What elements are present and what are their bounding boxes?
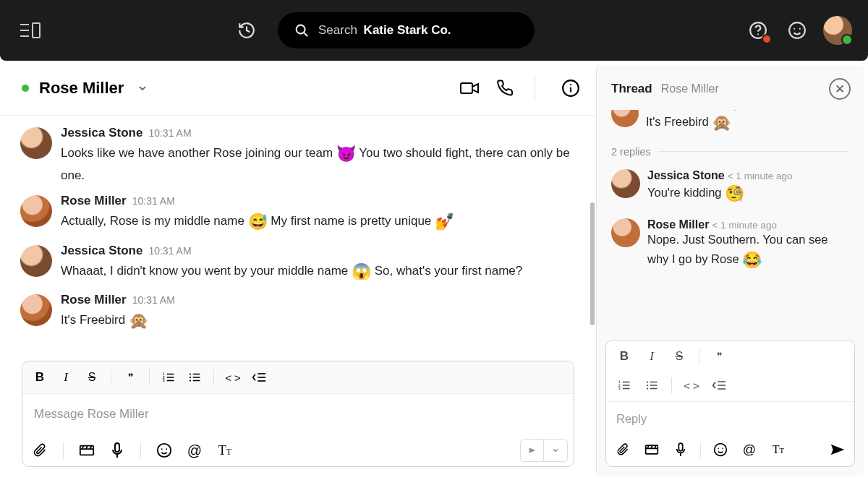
svg-text:3: 3: [618, 386, 621, 390]
thread-reply-input[interactable]: [606, 402, 854, 436]
bold-button[interactable]: B: [612, 345, 637, 368]
history-button[interactable]: [233, 17, 260, 44]
record-video-button[interactable]: [641, 439, 663, 460]
italic-button[interactable]: I: [54, 366, 77, 389]
codeblock-button[interactable]: [247, 366, 271, 389]
presence-indicator: [22, 85, 29, 92]
message-author: Jessica Stone: [647, 169, 725, 181]
svg-point-4: [297, 25, 305, 34]
thread-reply[interactable]: Jessica Stone< 1 minute ago You're kiddi…: [607, 165, 854, 214]
emoji-menu-button[interactable]: [784, 17, 810, 43]
close-thread-button[interactable]: ✕: [829, 78, 851, 100]
replies-separator: 2 replies: [611, 146, 849, 158]
attach-button[interactable]: [612, 439, 634, 460]
bold-button[interactable]: B: [28, 366, 51, 389]
bullet-list-button[interactable]: [639, 374, 664, 397]
send-button[interactable]: [827, 439, 848, 460]
message-item[interactable]: Jessica Stone10:31 AM Whaaat, I didn't k…: [14, 239, 592, 288]
help-button[interactable]: [745, 17, 771, 43]
codeblock-button[interactable]: [707, 374, 731, 397]
message-text: Looks like we have another Rose joining …: [61, 142, 586, 185]
code-icon: < >: [684, 380, 699, 392]
strikethrough-button[interactable]: S: [80, 366, 103, 389]
record-video-button[interactable]: [75, 439, 98, 462]
sidebar-toggle-button[interactable]: [16, 17, 45, 43]
quote-button[interactable]: ❞: [119, 366, 142, 389]
chat-title-button[interactable]: Rose Miller: [39, 79, 148, 98]
code-button[interactable]: < >: [679, 374, 704, 397]
strikethrough-button[interactable]: S: [667, 345, 692, 368]
search-bar[interactable]: Search Katie Stark Co.: [278, 12, 535, 48]
emoji-button[interactable]: [153, 439, 176, 462]
voice-call-button[interactable]: [497, 80, 514, 97]
svg-point-50: [647, 381, 648, 382]
scrollbar[interactable]: [590, 202, 595, 325]
clapperboard-icon: [644, 444, 659, 455]
bullet-list-button[interactable]: [183, 366, 206, 389]
text-format-button[interactable]: TT: [767, 439, 789, 460]
send-icon: [528, 444, 536, 457]
message-text: Actually, Rose is my middle name 😅 My fi…: [61, 210, 586, 234]
video-call-button[interactable]: [459, 80, 480, 97]
mention-button[interactable]: @: [739, 439, 760, 460]
thread-title: Thread: [611, 82, 652, 96]
bullet-list-icon: [645, 379, 658, 392]
thread-composer-actions: @ TT: [606, 436, 854, 466]
send-options-button[interactable]: [544, 440, 567, 461]
attach-button[interactable]: [28, 439, 51, 462]
quote-button[interactable]: ❞: [707, 345, 731, 368]
avatar: [20, 245, 52, 277]
ordered-list-button[interactable]: 123: [157, 366, 180, 389]
svg-rect-36: [115, 443, 119, 452]
quote-icon: ❞: [128, 372, 132, 383]
at-icon: @: [187, 442, 202, 459]
svg-point-64: [718, 448, 719, 450]
thread-original-message[interactable]: Rose Miller Today at 10:31 AM It's Freeb…: [607, 110, 854, 142]
thread-reply[interactable]: Rose Miller< 1 minute ago Nope. Just Sou…: [607, 214, 854, 280]
topbar: Search Katie Stark Co.: [0, 0, 868, 61]
clapperboard-icon: [79, 444, 95, 457]
mic-icon: [675, 442, 686, 457]
ordered-list-button[interactable]: 123: [612, 374, 637, 397]
message-author: Rose Miller: [646, 110, 707, 111]
format-bar: B I S ❞ 123 < >: [22, 361, 574, 394]
thread-composer: B I S ❞ 123 < > @ TT: [605, 340, 855, 467]
chat-info-button[interactable]: [561, 79, 580, 98]
avatar: [20, 294, 52, 326]
emoji-button[interactable]: [710, 439, 731, 460]
record-audio-button[interactable]: [106, 439, 129, 462]
svg-point-63: [715, 444, 727, 456]
chat-title: Rose Miller: [39, 79, 124, 98]
codeblock-icon: [252, 372, 266, 383]
send-button[interactable]: [521, 440, 544, 461]
text-format-button[interactable]: TT: [213, 439, 237, 462]
ordered-list-icon: 123: [618, 379, 631, 392]
code-button[interactable]: < >: [221, 366, 244, 389]
message-item[interactable]: Rose Miller10:31 AM It's Freebird 🙊: [14, 288, 592, 338]
help-icon: [749, 21, 767, 40]
avatar: [611, 169, 640, 198]
thread-pane: Thread Rose Miller ✕ Rose Miller Today a…: [596, 65, 864, 476]
message-author: Rose Miller: [61, 293, 127, 307]
code-icon: < >: [225, 372, 241, 384]
italic-button[interactable]: I: [639, 345, 664, 368]
svg-marker-12: [472, 84, 478, 93]
message-item[interactable]: Jessica Stone10:31 AM Looks like we have…: [14, 121, 592, 189]
message-input[interactable]: [22, 394, 574, 434]
message-item[interactable]: Rose Miller10:31 AM Actually, Rose is my…: [14, 189, 592, 239]
message-author: Jessica Stone: [61, 126, 142, 140]
svg-point-25: [190, 373, 191, 374]
message-timestamp: 10:31 AM: [148, 127, 191, 139]
smiley-icon: [156, 442, 172, 458]
user-avatar[interactable]: [823, 16, 852, 45]
svg-point-26: [190, 377, 191, 378]
message-timestamp: 10:31 AM: [148, 245, 191, 257]
format-bar: B I S ❞ 123 < >: [606, 340, 854, 402]
svg-point-9: [793, 28, 795, 30]
message-timestamp: 10:31 AM: [132, 195, 175, 207]
svg-rect-3: [33, 23, 40, 38]
mention-button[interactable]: @: [183, 439, 206, 462]
bullet-list-icon: [188, 371, 201, 384]
record-audio-button[interactable]: [670, 439, 692, 460]
avatar: [20, 127, 52, 159]
